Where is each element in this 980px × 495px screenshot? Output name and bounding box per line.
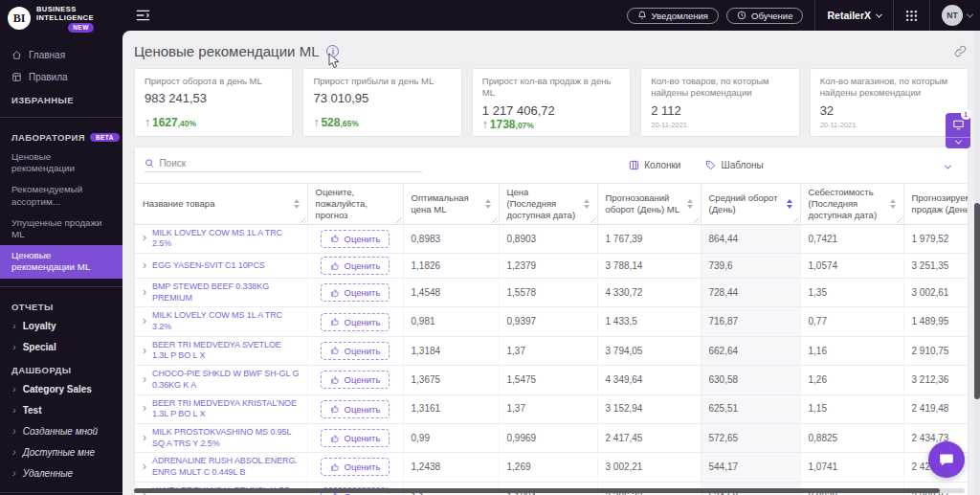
column-resize-handle[interactable] [394, 215, 402, 223]
row-expand-icon[interactable]: › [143, 259, 146, 273]
divider [0, 117, 122, 118]
sidebar-item-category-sales[interactable]: › Category Sales [0, 379, 122, 400]
share-link-icon[interactable] [954, 45, 967, 57]
search-input[interactable] [159, 158, 422, 169]
panel-collapse-icon[interactable] [946, 156, 950, 173]
sidebar-item-created-by-me[interactable]: › Созданные мной [0, 421, 122, 442]
sort-icon[interactable] [584, 199, 590, 209]
horizontal-scrollbar-thumb[interactable] [134, 488, 940, 493]
sort-icon[interactable] [485, 199, 491, 209]
rate-button[interactable]: Оценить [321, 342, 390, 360]
product-link[interactable]: BEER TRI MEDVEDYA SVETLOE 1.3L P BO L X [152, 340, 300, 362]
thumbs-up-icon [330, 462, 340, 472]
up-arrow-icon: ↑ [145, 116, 150, 129]
table-header-row: Название товара Оцените, пожалуйста, про… [135, 184, 969, 225]
product-link[interactable]: MILK PROSTOKVASHINO MS 0.95L SQ A TRS Y … [152, 427, 300, 449]
product-link[interactable]: EGG YASEN-SVIT C1 10PCS [152, 260, 265, 272]
sidebar-item-test[interactable]: › Test [0, 400, 122, 421]
cell-avg-turnover: 864,44 [701, 224, 800, 253]
lab-section-header[interactable]: ЛАБОРАТОРИЯ BETA [0, 125, 122, 146]
screen-icon [952, 119, 965, 130]
cell-optimal-price: 0,8983 [403, 224, 499, 253]
rate-button[interactable]: Оценить [321, 257, 390, 275]
app-logo[interactable]: BI BUSINESS INTELLIGENCE NEW [0, 0, 122, 36]
brand-name: BUSINESS INTELLIGENCE NEW [36, 5, 94, 33]
row-expand-icon[interactable]: › [143, 315, 146, 328]
sort-icon[interactable] [294, 199, 300, 209]
chat-icon [938, 451, 955, 468]
cell-avg-turnover: 716,87 [701, 307, 800, 336]
cell-price: 1,5578 [499, 279, 597, 307]
sort-icon[interactable] [687, 199, 693, 209]
sidebar-item-home[interactable]: Главная [0, 44, 122, 66]
rate-button[interactable]: Оценить [321, 313, 390, 331]
rules-icon [11, 72, 22, 82]
rate-button[interactable]: Оценить [321, 400, 390, 418]
product-link[interactable]: MILK LOVELY COW MS 1L A TRC 2.5% [152, 228, 300, 250]
column-resize-handle[interactable] [692, 215, 700, 223]
cell-price: 1,37 [499, 394, 597, 423]
sidebar-item-loyalty[interactable]: › Loyalty [0, 316, 122, 337]
sort-icon-active[interactable] [787, 199, 792, 209]
kpi-label: Прирост оборота в день ML [145, 76, 282, 87]
rate-button[interactable]: Оценить [321, 458, 390, 476]
product-link[interactable]: MILK LOVELY COW MS 1L A TRC 3.2% [152, 310, 300, 332]
vertical-scrollbar-thumb[interactable] [974, 203, 980, 399]
sidebar-item-lost-sales-ml[interactable]: Упущенные продажи ML [0, 213, 122, 245]
workspace-selector[interactable]: RetailerX [827, 10, 881, 21]
chat-button[interactable] [928, 441, 965, 478]
sidebar-item-deleted[interactable]: › Удаленные [0, 463, 122, 484]
templates-button[interactable]: Шаблоны [705, 160, 763, 170]
sidebar-item-special[interactable]: › Special [0, 337, 122, 358]
rate-button[interactable]: Оценить [321, 371, 390, 389]
rate-button[interactable]: Оценить [321, 230, 390, 248]
kpi-label: Прирост кол-ва продаж в день ML [482, 76, 620, 100]
column-resize-handle[interactable] [791, 215, 799, 223]
row-expand-icon[interactable]: › [143, 345, 146, 358]
widget-collapse-button[interactable] [946, 137, 970, 148]
favorites-section-header[interactable]: ИЗБРАННЫЕ [0, 88, 122, 109]
row-expand-icon[interactable]: › [143, 286, 146, 300]
sidebar-item-available-to-me[interactable]: › Доступные мне [0, 442, 122, 463]
column-resize-handle[interactable] [895, 215, 902, 223]
rate-button[interactable]: Оценить [321, 429, 390, 447]
kpi-value: 73 010,95 [313, 91, 451, 105]
product-link[interactable]: ADRENALINE RUSH ABSOL.ENERG. ENRG MULT C… [152, 456, 300, 478]
sidebar-item-label: Правила [29, 72, 68, 82]
table-row: ›BEER TRI MEDVEDYA KRISTAL'NOE 1.3L P BO… [135, 394, 969, 423]
notifications-button[interactable]: Уведомления [627, 8, 719, 24]
product-link[interactable]: CHOCO-PIE SHKLD W BWF SH-GL G 0.36KG K A [152, 369, 300, 391]
sidebar-toggle-icon[interactable] [136, 10, 150, 21]
cell-optimal-price: 0,981 [403, 307, 499, 336]
sort-icon[interactable] [890, 199, 896, 209]
dashboards-section-header[interactable]: ДАШБОРДЫ [0, 358, 122, 379]
user-menu[interactable]: NT [942, 5, 972, 26]
sidebar-item-price-recommendations[interactable]: Ценовые рекомендации [0, 146, 122, 179]
sidebar-item-price-recommendations-ml[interactable]: Ценовые рекомендации ML [0, 245, 122, 278]
column-resize-handle[interactable] [299, 215, 306, 223]
reports-section-header[interactable]: ОТЧЕТЫ [0, 295, 122, 316]
cell-forecast-sales: 3 251,35 [903, 254, 969, 279]
table-row: ›ADRENALINE RUSH ABSOL.ENERG. ENRG MULT … [135, 453, 969, 482]
apps-grid-icon[interactable] [905, 10, 918, 22]
column-resize-handle[interactable] [490, 215, 498, 223]
expand-caret-icon: › [12, 320, 16, 331]
sidebar-item-recommended-assortment[interactable]: Рекомендуемый ассортим... [0, 179, 122, 212]
column-resize-handle[interactable] [589, 215, 596, 223]
screen-share-button[interactable]: 1 [952, 113, 965, 137]
sidebar-item-rules[interactable]: Правила [0, 66, 122, 88]
row-expand-icon[interactable]: › [143, 232, 146, 245]
row-expand-icon[interactable]: › [143, 373, 146, 387]
row-expand-icon[interactable]: › [143, 402, 146, 416]
info-icon[interactable]: i [326, 45, 339, 57]
product-link[interactable]: BEER TRI MEDVEDYA KRISTAL'NOE 1.3L P BO … [152, 398, 300, 420]
cell-forecast-turnover: 1 433,5 [597, 307, 701, 336]
kpi-value: 983 241,53 [145, 91, 282, 105]
row-expand-icon[interactable]: › [143, 461, 146, 474]
row-expand-icon[interactable]: › [143, 432, 146, 445]
product-link[interactable]: BMP STEWED BEEF 0.338KG PREMIUM [152, 281, 300, 304]
training-button[interactable]: Обучение [726, 8, 803, 24]
cell-forecast-turnover: 4 330,72 [597, 279, 701, 307]
columns-button[interactable]: Колонки [629, 160, 680, 170]
rate-button[interactable]: Оценить [321, 283, 390, 302]
